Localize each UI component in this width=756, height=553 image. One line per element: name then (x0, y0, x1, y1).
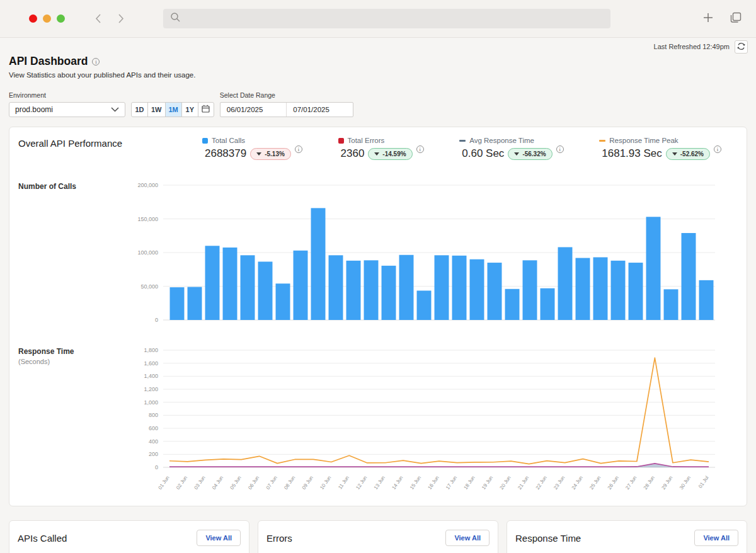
overall-performance-card: Overall API Performance Total Calls 2688… (9, 127, 747, 506)
date-to-input[interactable]: 07/01/2025 (287, 106, 353, 113)
total-calls-swatch-icon (202, 138, 208, 144)
range-button-1d[interactable]: 1D (131, 102, 148, 117)
svg-text:13 Jun: 13 Jun (373, 475, 386, 491)
browser-forward-icon[interactable] (116, 13, 125, 24)
new-tab-icon[interactable] (703, 13, 713, 25)
response-time-line-chart[interactable]: 02004006008001,0001,2001,4001,6001,80001… (124, 344, 739, 501)
view-all-button[interactable]: View All (694, 530, 738, 546)
calls-bar-chart[interactable]: 050,000100,000150,000200,000 (124, 179, 739, 325)
total-errors-swatch-icon (338, 138, 344, 144)
response-time-axis-label: Response Time (Seconds) (18, 344, 124, 501)
svg-text:16 Jun: 16 Jun (427, 475, 440, 491)
svg-text:24 Jun: 24 Jun (571, 475, 584, 491)
svg-text:07 Jun: 07 Jun (265, 475, 278, 491)
stat-label: Avg Response Time (469, 137, 534, 144)
tabs-overview-icon[interactable] (730, 12, 742, 26)
stat-label: Total Calls (212, 137, 245, 144)
stat-value: 0.60 Sec (462, 147, 504, 160)
trend-down-icon (256, 152, 261, 156)
svg-text:100,000: 100,000 (137, 249, 158, 256)
svg-text:0: 0 (155, 464, 158, 470)
card-title: APIs Called (18, 533, 67, 544)
card-title: Errors (266, 533, 292, 544)
svg-text:22 Jun: 22 Jun (535, 475, 548, 491)
svg-text:23 Jun: 23 Jun (553, 475, 566, 491)
page-title: API Dashboard (9, 55, 88, 68)
card-title: Response Time (515, 533, 581, 544)
response-time-card: Response Time View All API Name Environm… (507, 520, 747, 553)
calls-axis-label: Number of Calls (18, 179, 124, 325)
browser-address-bar[interactable] (163, 9, 610, 28)
info-icon[interactable] (416, 145, 424, 153)
svg-text:19 Jun: 19 Jun (481, 475, 494, 491)
response-peak-swatch-icon (599, 140, 605, 142)
window-controls (29, 14, 65, 23)
browser-chrome (0, 0, 756, 38)
maximize-window-icon[interactable] (57, 14, 65, 23)
view-all-button[interactable]: View All (197, 530, 241, 546)
stat-value: 2688379 (205, 147, 246, 160)
svg-text:1,400: 1,400 (144, 373, 158, 379)
svg-text:30 Jun: 30 Jun (679, 475, 692, 491)
performance-card-title: Overall API Performance (18, 137, 202, 160)
info-icon[interactable] (556, 145, 564, 153)
svg-text:600: 600 (149, 425, 158, 431)
stat-total-errors: Total Errors 2360 -14.59% (338, 137, 424, 160)
date-range-label: Select Date Range (220, 91, 353, 99)
svg-text:05 Jun: 05 Jun (229, 475, 243, 491)
errors-card: Errors View All API Name Environment Err… (258, 520, 498, 553)
environment-value: prod.boomi (15, 105, 53, 114)
range-button-1w[interactable]: 1W (147, 102, 166, 117)
stat-total-calls: Total Calls 2688379 -5.13% (202, 137, 302, 160)
delta-badge: -5.13% (250, 148, 291, 160)
svg-text:1,000: 1,000 (144, 399, 158, 406)
minimize-window-icon[interactable] (43, 14, 51, 23)
delta-badge: -52.62% (666, 148, 710, 160)
view-all-button[interactable]: View All (445, 530, 490, 546)
svg-text:20 Jun: 20 Jun (499, 475, 512, 491)
stat-avg-response-time: Avg Response Time 0.60 Sec -56.32% (459, 137, 563, 160)
svg-text:21 Jun: 21 Jun (517, 475, 530, 491)
close-window-icon[interactable] (29, 14, 37, 23)
date-range-filter: Select Date Range 06/01/2025 07/01/2025 (220, 91, 353, 117)
refresh-button[interactable] (735, 40, 748, 54)
svg-text:1,800: 1,800 (144, 347, 158, 353)
page-subtitle: View Statistics about your published API… (9, 71, 756, 79)
svg-text:0: 0 (155, 317, 158, 322)
environment-select[interactable]: prod.boomi (9, 102, 125, 117)
trend-down-icon (374, 152, 379, 156)
range-button-1y[interactable]: 1Y (181, 102, 198, 117)
svg-text:17 Jun: 17 Jun (445, 475, 458, 491)
apis-called-card: APIs Called View All API Name Environmen… (9, 520, 249, 553)
calendar-icon (202, 104, 210, 115)
svg-text:14 Jun: 14 Jun (391, 475, 404, 491)
stat-label: Response Time Peak (609, 137, 678, 144)
svg-text:28 Jun: 28 Jun (643, 475, 656, 491)
svg-text:09 Jun: 09 Jun (301, 475, 314, 491)
page-title-info-icon[interactable] (92, 58, 100, 66)
svg-text:11 Jun: 11 Jun (337, 475, 350, 490)
environment-label: Environment (9, 91, 125, 99)
date-from-input[interactable]: 06/01/2025 (220, 106, 287, 113)
svg-text:01 Jul: 01 Jul (697, 475, 710, 489)
info-icon[interactable] (295, 145, 302, 153)
svg-text:04 Jun: 04 Jun (211, 475, 224, 491)
avg-response-swatch-icon (459, 140, 466, 142)
trend-down-icon (672, 152, 677, 156)
svg-text:50,000: 50,000 (140, 283, 158, 290)
svg-text:10 Jun: 10 Jun (319, 475, 332, 491)
svg-text:12 Jun: 12 Jun (355, 475, 368, 491)
browser-back-icon[interactable] (94, 13, 103, 24)
stat-value: 1681.93 Sec (602, 147, 662, 160)
svg-text:200: 200 (149, 451, 158, 457)
calendar-button[interactable] (198, 102, 214, 117)
trend-down-icon (514, 152, 519, 156)
range-button-1m[interactable]: 1M (165, 102, 182, 117)
environment-filter: Environment prod.boomi (9, 91, 125, 117)
svg-text:27 Jun: 27 Jun (624, 475, 638, 491)
svg-text:03 Jun: 03 Jun (193, 475, 207, 491)
svg-text:18 Jun: 18 Jun (463, 475, 476, 491)
svg-text:15 Jun: 15 Jun (409, 475, 422, 491)
svg-text:06 Jun: 06 Jun (247, 475, 260, 491)
info-icon[interactable] (714, 145, 721, 153)
